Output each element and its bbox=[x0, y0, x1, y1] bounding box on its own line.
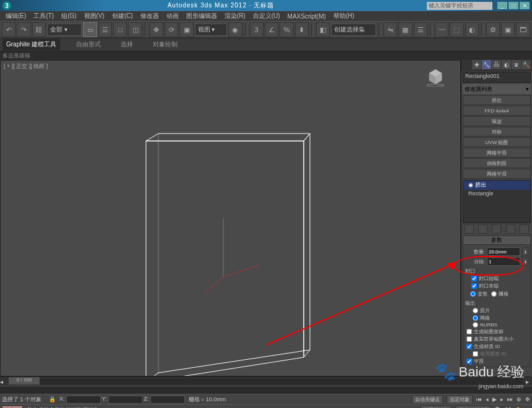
named-sets-button[interactable]: ◧ bbox=[316, 22, 330, 37]
output-nurbs-radio[interactable] bbox=[473, 322, 478, 328]
auto-key-button[interactable]: 自动关键点 bbox=[412, 395, 443, 404]
window-crossing-button[interactable]: ◫ bbox=[128, 22, 142, 37]
output-patch-radio[interactable] bbox=[473, 308, 478, 313]
close-button[interactable]: ✕ bbox=[520, 2, 530, 9]
menu-graph[interactable]: 图形编辑器 bbox=[183, 12, 220, 20]
timeline[interactable]: ◂ 0 / 100 ▸ bbox=[0, 376, 532, 386]
snap-button[interactable]: 3 bbox=[250, 22, 264, 37]
z-input[interactable] bbox=[150, 396, 185, 404]
nav-icon[interactable]: ⊕ bbox=[517, 396, 521, 402]
set-key-dropdown[interactable]: 选定对象 bbox=[447, 395, 473, 404]
key-filter-button[interactable]: 关键点过滤器 bbox=[455, 406, 491, 409]
redo-button[interactable]: ↷ bbox=[17, 22, 30, 37]
render-setup-button[interactable]: ⚙ bbox=[486, 22, 500, 37]
undo-button[interactable]: ↶ bbox=[2, 22, 15, 37]
gen-mat-checkbox[interactable] bbox=[466, 344, 472, 349]
menu-help[interactable]: 帮助(H) bbox=[330, 12, 358, 20]
angle-snap-button[interactable]: ∠ bbox=[265, 22, 278, 37]
menu-animation[interactable]: 动画 bbox=[163, 12, 182, 20]
menu-view[interactable]: 视图(V) bbox=[81, 12, 108, 20]
play-end-button[interactable]: ⏭ bbox=[507, 396, 513, 402]
stack-item-extrude[interactable]: ◉ 挤出 bbox=[463, 181, 530, 190]
tab-selection[interactable]: 选择 bbox=[117, 39, 137, 50]
rect-region-button[interactable]: □ bbox=[113, 22, 127, 37]
stack-item-rectangle[interactable]: Rectangle bbox=[463, 190, 530, 197]
viewport[interactable]: [ + ][ 正交 ][ 线框 ] bbox=[0, 60, 461, 376]
rotate-button[interactable]: ⟳ bbox=[165, 22, 178, 37]
remove-mod-button[interactable] bbox=[506, 224, 515, 234]
menu-group[interactable]: 组(G) bbox=[58, 12, 79, 20]
now-button[interactable]: 所在行 bbox=[2, 406, 23, 409]
play-next-button[interactable]: ▸ bbox=[500, 396, 504, 402]
object-name-field[interactable]: Rectangle001 bbox=[463, 72, 531, 83]
modifier-stack[interactable]: ◉ 挤出 Rectangle bbox=[463, 180, 531, 223]
menu-custom[interactable]: 自定义(U) bbox=[250, 12, 283, 20]
lock-icon[interactable]: 🔒 bbox=[49, 396, 56, 402]
named-sets-list[interactable]: 创建选择集 bbox=[331, 23, 376, 36]
layers-button[interactable]: ☰ bbox=[414, 22, 427, 37]
schematic-button[interactable]: ⬚ bbox=[450, 22, 463, 37]
selection-filter[interactable]: 全部 ▾ bbox=[47, 23, 82, 36]
pivot-button[interactable]: ◉ bbox=[228, 22, 242, 37]
mod-ffd[interactable]: FFD 4x4x4 bbox=[463, 106, 531, 116]
mod-meshsmooth[interactable]: 网格平滑 bbox=[463, 148, 531, 158]
gen-map-checkbox[interactable] bbox=[466, 329, 472, 334]
smooth-checkbox[interactable] bbox=[466, 359, 472, 364]
play-start-button[interactable]: ⏮ bbox=[476, 396, 482, 402]
menu-maxscript[interactable]: MAXScript(M) bbox=[285, 13, 329, 20]
track-bar[interactable] bbox=[0, 386, 532, 394]
minimize-button[interactable]: _ bbox=[497, 2, 507, 9]
rollout-header[interactable]: 参数 bbox=[463, 236, 530, 245]
utilities-tab-icon[interactable]: 🔨 bbox=[521, 60, 531, 69]
morph-radio[interactable] bbox=[470, 291, 476, 297]
grid-radio[interactable] bbox=[491, 291, 497, 297]
time-slider[interactable]: 0 / 100 bbox=[9, 377, 40, 385]
mirror-button[interactable]: ⇋ bbox=[384, 22, 397, 37]
show-end-button[interactable] bbox=[478, 224, 487, 234]
pin-stack-button[interactable] bbox=[465, 224, 474, 234]
percent-snap-button[interactable]: % bbox=[280, 22, 293, 37]
segments-input[interactable]: 1 bbox=[487, 257, 520, 266]
menu-tools[interactable]: 工具(T) bbox=[30, 12, 57, 20]
scale-button[interactable]: ▣ bbox=[179, 22, 193, 37]
real-world-checkbox[interactable] bbox=[466, 336, 472, 342]
unique-button[interactable] bbox=[492, 224, 501, 234]
menu-modifiers[interactable]: 修改器 bbox=[137, 12, 162, 20]
render-button[interactable]: 🗔 bbox=[516, 22, 530, 37]
play-button[interactable]: ▶ bbox=[492, 396, 497, 402]
config-button[interactable] bbox=[520, 224, 529, 234]
menu-render[interactable]: 渲染(R) bbox=[221, 12, 249, 20]
spinner-snap-button[interactable]: ⬍ bbox=[295, 22, 309, 37]
ref-coord-system[interactable]: 视图 ▾ bbox=[195, 23, 228, 36]
tab-graphite[interactable]: Graphite 建模工具 bbox=[2, 39, 60, 50]
mod-uvw[interactable]: UVW 贴图 bbox=[463, 137, 531, 147]
mod-noise[interactable]: 噪波 bbox=[463, 116, 531, 126]
mod-bevel[interactable]: 倒角剖面 bbox=[463, 158, 531, 168]
modifier-list-dropdown[interactable]: 修改器列表▾ bbox=[463, 84, 531, 94]
play-prev-button[interactable]: ◂ bbox=[486, 396, 489, 402]
create-tab-icon[interactable]: ✚ bbox=[472, 60, 481, 69]
move-button[interactable]: ✥ bbox=[150, 22, 163, 37]
hierarchy-tab-icon[interactable]: 品 bbox=[492, 60, 501, 69]
x-input[interactable] bbox=[66, 396, 101, 404]
modify-tab-icon[interactable]: 🔧 bbox=[482, 60, 491, 69]
render-frame-button[interactable]: ▣ bbox=[501, 22, 515, 37]
mod-symmetry[interactable]: 对称 bbox=[463, 127, 531, 137]
ribbon-subpanel[interactable]: 多边形建模 bbox=[0, 51, 532, 60]
nav-icon2[interactable]: ✥ bbox=[525, 396, 530, 402]
cap-end-checkbox[interactable] bbox=[471, 283, 477, 289]
mod-extrude[interactable]: 挤出 bbox=[463, 95, 531, 105]
display-tab-icon[interactable]: 🖥 bbox=[512, 60, 521, 69]
tab-paint[interactable]: 对象绘制 bbox=[149, 39, 181, 50]
menu-edit[interactable]: 编辑(E) bbox=[2, 12, 29, 20]
set-key-button[interactable]: 设置关键点 bbox=[421, 406, 452, 409]
material-editor-button[interactable]: ◐ bbox=[465, 22, 479, 37]
use-shape-checkbox[interactable] bbox=[473, 351, 478, 357]
select-button[interactable]: ▭ bbox=[83, 22, 97, 37]
maximize-button[interactable]: □ bbox=[508, 2, 518, 9]
mod-meshsmooth2[interactable]: 网格平滑 bbox=[463, 169, 531, 179]
output-mesh-radio[interactable] bbox=[473, 315, 478, 321]
amount-input[interactable]: 20.0mm bbox=[487, 247, 520, 256]
curve-editor-button[interactable]: 〰 bbox=[435, 22, 448, 37]
align-button[interactable]: ▦ bbox=[398, 22, 412, 37]
